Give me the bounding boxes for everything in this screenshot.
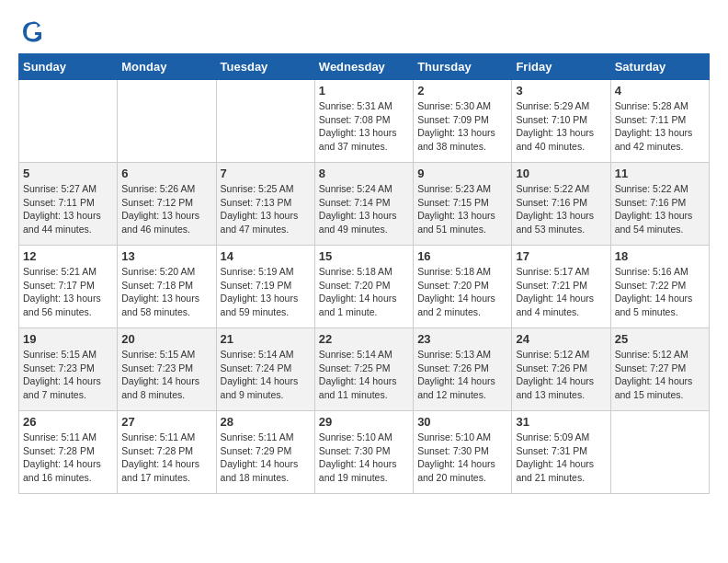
calendar-cell: 16Sunrise: 5:18 AM Sunset: 7:20 PM Dayli… (414, 246, 512, 328)
calendar-cell: 27Sunrise: 5:11 AM Sunset: 7:28 PM Dayli… (118, 411, 216, 494)
header-day-saturday: Saturday (610, 54, 709, 80)
calendar-cell: 21Sunrise: 5:14 AM Sunset: 7:24 PM Dayli… (216, 328, 314, 411)
day-number: 28 (221, 415, 311, 429)
day-info: Sunrise: 5:18 AM Sunset: 7:20 PM Dayligh… (319, 265, 409, 319)
day-number: 7 (221, 167, 311, 180)
calendar-cell: 6Sunrise: 5:26 AM Sunset: 7:12 PM Daylig… (118, 163, 216, 246)
page-header (18, 18, 710, 44)
calendar-cell: 26Sunrise: 5:11 AM Sunset: 7:28 PM Dayli… (19, 411, 118, 494)
calendar-week-5: 26Sunrise: 5:11 AM Sunset: 7:28 PM Dayli… (19, 411, 710, 494)
calendar-cell: 20Sunrise: 5:15 AM Sunset: 7:23 PM Dayli… (118, 328, 216, 411)
day-number: 14 (221, 249, 311, 263)
day-info: Sunrise: 5:14 AM Sunset: 7:24 PM Dayligh… (221, 348, 311, 402)
day-number: 18 (615, 249, 705, 263)
calendar-week-4: 19Sunrise: 5:15 AM Sunset: 7:23 PM Dayli… (19, 328, 710, 411)
day-info: Sunrise: 5:23 AM Sunset: 7:15 PM Dayligh… (417, 182, 507, 236)
calendar-cell: 23Sunrise: 5:13 AM Sunset: 7:26 PM Dayli… (414, 328, 512, 411)
day-number: 25 (615, 332, 705, 346)
header-day-friday: Friday (512, 54, 610, 80)
logo-icon (18, 18, 44, 44)
day-info: Sunrise: 5:09 AM Sunset: 7:31 PM Dayligh… (516, 431, 606, 485)
calendar-cell: 17Sunrise: 5:17 AM Sunset: 7:21 PM Dayli… (512, 246, 610, 328)
day-info: Sunrise: 5:25 AM Sunset: 7:13 PM Dayligh… (221, 182, 311, 236)
header-day-monday: Monday (118, 54, 216, 80)
calendar-cell: 8Sunrise: 5:24 AM Sunset: 7:14 PM Daylig… (314, 163, 413, 246)
day-number: 3 (516, 84, 606, 98)
calendar-cell (19, 80, 118, 163)
day-number: 26 (23, 415, 113, 429)
day-number: 8 (319, 167, 409, 180)
day-info: Sunrise: 5:30 AM Sunset: 7:09 PM Dayligh… (417, 99, 507, 154)
header-row: SundayMondayTuesdayWednesdayThursdayFrid… (19, 54, 710, 80)
day-info: Sunrise: 5:15 AM Sunset: 7:23 PM Dayligh… (23, 348, 113, 402)
calendar-cell: 24Sunrise: 5:12 AM Sunset: 7:26 PM Dayli… (512, 328, 610, 411)
day-info: Sunrise: 5:19 AM Sunset: 7:19 PM Dayligh… (221, 265, 311, 319)
day-info: Sunrise: 5:31 AM Sunset: 7:08 PM Dayligh… (319, 99, 409, 154)
calendar-cell: 5Sunrise: 5:27 AM Sunset: 7:11 PM Daylig… (19, 163, 118, 246)
calendar-cell: 29Sunrise: 5:10 AM Sunset: 7:30 PM Dayli… (314, 411, 413, 494)
calendar-cell: 4Sunrise: 5:28 AM Sunset: 7:11 PM Daylig… (610, 80, 709, 163)
day-number: 29 (319, 415, 409, 429)
day-info: Sunrise: 5:27 AM Sunset: 7:11 PM Dayligh… (23, 182, 113, 236)
day-info: Sunrise: 5:22 AM Sunset: 7:16 PM Dayligh… (516, 182, 606, 236)
calendar-cell: 10Sunrise: 5:22 AM Sunset: 7:16 PM Dayli… (512, 163, 610, 246)
calendar-cell (610, 411, 709, 494)
day-number: 13 (121, 249, 211, 263)
calendar-cell: 25Sunrise: 5:12 AM Sunset: 7:27 PM Dayli… (610, 328, 709, 411)
day-number: 12 (23, 249, 113, 263)
day-info: Sunrise: 5:26 AM Sunset: 7:12 PM Dayligh… (121, 182, 211, 236)
calendar-week-2: 5Sunrise: 5:27 AM Sunset: 7:11 PM Daylig… (19, 163, 710, 246)
day-number: 1 (319, 84, 409, 98)
day-info: Sunrise: 5:11 AM Sunset: 7:28 PM Dayligh… (23, 431, 113, 485)
day-number: 31 (516, 415, 606, 429)
day-number: 19 (23, 332, 113, 346)
header-day-tuesday: Tuesday (216, 54, 314, 80)
calendar-table: SundayMondayTuesdayWednesdayThursdayFrid… (18, 53, 710, 494)
day-number: 11 (615, 167, 705, 180)
day-info: Sunrise: 5:11 AM Sunset: 7:28 PM Dayligh… (121, 431, 211, 485)
day-number: 15 (319, 249, 409, 263)
calendar-cell: 7Sunrise: 5:25 AM Sunset: 7:13 PM Daylig… (216, 163, 314, 246)
day-number: 16 (417, 249, 507, 263)
logo (18, 18, 48, 44)
day-info: Sunrise: 5:17 AM Sunset: 7:21 PM Dayligh… (516, 265, 606, 319)
day-info: Sunrise: 5:16 AM Sunset: 7:22 PM Dayligh… (615, 265, 705, 319)
calendar-week-3: 12Sunrise: 5:21 AM Sunset: 7:17 PM Dayli… (19, 246, 710, 328)
day-number: 9 (417, 167, 507, 180)
day-number: 4 (615, 84, 705, 98)
day-info: Sunrise: 5:10 AM Sunset: 7:30 PM Dayligh… (417, 431, 507, 485)
day-number: 30 (417, 415, 507, 429)
calendar-week-1: 1Sunrise: 5:31 AM Sunset: 7:08 PM Daylig… (19, 80, 710, 163)
header-day-sunday: Sunday (19, 54, 118, 80)
calendar-cell: 1Sunrise: 5:31 AM Sunset: 7:08 PM Daylig… (314, 80, 413, 163)
header-day-wednesday: Wednesday (314, 54, 413, 80)
calendar-cell (216, 80, 314, 163)
calendar-cell: 14Sunrise: 5:19 AM Sunset: 7:19 PM Dayli… (216, 246, 314, 328)
day-number: 22 (319, 332, 409, 346)
day-info: Sunrise: 5:29 AM Sunset: 7:10 PM Dayligh… (516, 99, 606, 154)
calendar-cell: 18Sunrise: 5:16 AM Sunset: 7:22 PM Dayli… (610, 246, 709, 328)
day-info: Sunrise: 5:21 AM Sunset: 7:17 PM Dayligh… (23, 265, 113, 319)
day-number: 27 (121, 415, 211, 429)
day-info: Sunrise: 5:12 AM Sunset: 7:27 PM Dayligh… (615, 348, 705, 402)
day-number: 21 (221, 332, 311, 346)
calendar-cell: 11Sunrise: 5:22 AM Sunset: 7:16 PM Dayli… (610, 163, 709, 246)
day-number: 10 (516, 167, 606, 180)
day-info: Sunrise: 5:18 AM Sunset: 7:20 PM Dayligh… (417, 265, 507, 319)
calendar-cell: 13Sunrise: 5:20 AM Sunset: 7:18 PM Dayli… (118, 246, 216, 328)
calendar-cell: 9Sunrise: 5:23 AM Sunset: 7:15 PM Daylig… (414, 163, 512, 246)
calendar-cell: 19Sunrise: 5:15 AM Sunset: 7:23 PM Dayli… (19, 328, 118, 411)
day-number: 20 (121, 332, 211, 346)
header-day-thursday: Thursday (414, 54, 512, 80)
day-info: Sunrise: 5:13 AM Sunset: 7:26 PM Dayligh… (417, 348, 507, 402)
day-info: Sunrise: 5:24 AM Sunset: 7:14 PM Dayligh… (319, 182, 409, 236)
day-number: 6 (121, 167, 211, 180)
day-info: Sunrise: 5:15 AM Sunset: 7:23 PM Dayligh… (121, 348, 211, 402)
day-info: Sunrise: 5:10 AM Sunset: 7:30 PM Dayligh… (319, 431, 409, 485)
calendar-cell: 30Sunrise: 5:10 AM Sunset: 7:30 PM Dayli… (414, 411, 512, 494)
day-number: 5 (23, 167, 113, 180)
calendar-cell (118, 80, 216, 163)
day-info: Sunrise: 5:22 AM Sunset: 7:16 PM Dayligh… (615, 182, 705, 236)
calendar-header: SundayMondayTuesdayWednesdayThursdayFrid… (19, 54, 710, 80)
calendar-cell: 31Sunrise: 5:09 AM Sunset: 7:31 PM Dayli… (512, 411, 610, 494)
